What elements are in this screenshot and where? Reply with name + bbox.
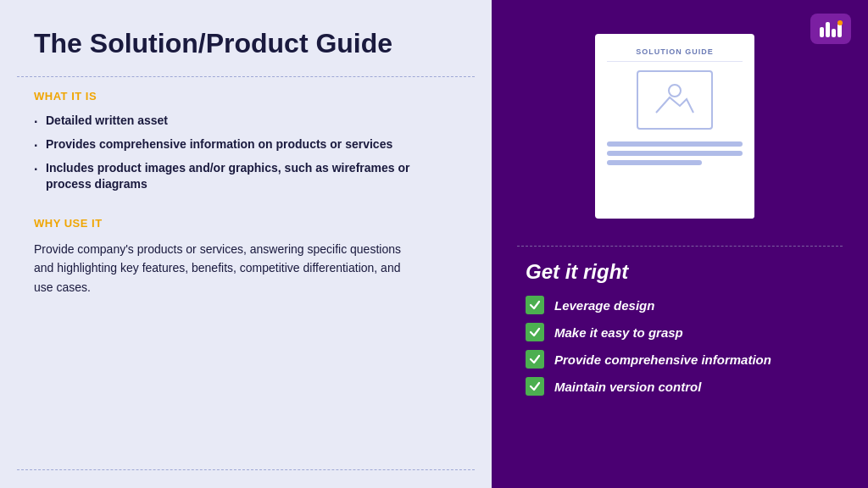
check-icon-2 xyxy=(526,323,544,341)
checklist-item-2: Make it easy to grasp xyxy=(526,323,843,341)
bullet-list: Detailed written asset Provides comprehe… xyxy=(34,113,458,192)
page-title: The Solution/Product Guide xyxy=(34,27,458,59)
checkmark-icon-2 xyxy=(529,326,541,338)
check-icon-1 xyxy=(526,296,544,314)
checklist-item-3: Provide comprehensive information xyxy=(526,350,843,369)
logo-bar-3 xyxy=(832,29,836,37)
logo xyxy=(810,14,851,44)
logo-bar-2 xyxy=(826,22,830,37)
mountain-icon xyxy=(649,79,700,121)
what-it-is-section: WHAT IT IS Detailed written asset Provid… xyxy=(34,83,458,209)
checklist-text-1: Leverage design xyxy=(554,298,654,313)
checkmark-icon-4 xyxy=(529,380,541,392)
checklist-text-2: Make it easy to grasp xyxy=(554,325,683,340)
doc-image-placeholder xyxy=(637,70,713,130)
doc-main: SOLUTION GUIDE xyxy=(595,34,754,219)
checkmark-icon-3 xyxy=(529,353,541,365)
get-it-right-title: Get it right xyxy=(526,260,843,284)
doc-line-1 xyxy=(607,141,743,147)
dashed-divider xyxy=(517,246,843,247)
checklist-item-1: Leverage design xyxy=(526,296,843,314)
doc-line-3 xyxy=(607,160,702,165)
logo-bar-1 xyxy=(820,27,824,37)
check-icon-4 xyxy=(526,377,544,396)
doc-title: SOLUTION GUIDE xyxy=(607,47,743,62)
doc-lines xyxy=(607,138,743,169)
what-it-is-label: WHAT IT IS xyxy=(34,90,458,103)
doc-line-2 xyxy=(607,151,743,156)
logo-bar-4 xyxy=(837,24,842,37)
left-panel: The Solution/Product Guide WHAT IT IS De… xyxy=(0,0,492,488)
logo-dot xyxy=(837,20,843,25)
document-illustration: SOLUTION GUIDE xyxy=(595,34,765,229)
check-icon-3 xyxy=(526,350,544,369)
why-use-it-text: Provide company's products or services, … xyxy=(34,240,407,297)
list-item: Includes product images and/or graphics,… xyxy=(34,160,458,193)
svg-point-0 xyxy=(669,85,681,97)
checklist-text-4: Maintain version control xyxy=(554,380,701,394)
checklist-text-3: Provide comprehensive information xyxy=(554,352,771,367)
checkmark-icon-1 xyxy=(529,299,541,311)
why-use-it-section: WHY USE IT Provide company's products or… xyxy=(34,210,458,297)
list-item: Provides comprehensive information on pr… xyxy=(34,136,458,153)
why-use-it-label: WHY USE IT xyxy=(34,217,458,230)
list-item: Detailed written asset xyxy=(34,113,458,130)
checklist-item-4: Maintain version control xyxy=(526,377,843,396)
get-it-right-section: Get it right Leverage design Make it eas… xyxy=(517,260,843,404)
right-panel: SOLUTION GUIDE Get it right xyxy=(492,0,868,488)
